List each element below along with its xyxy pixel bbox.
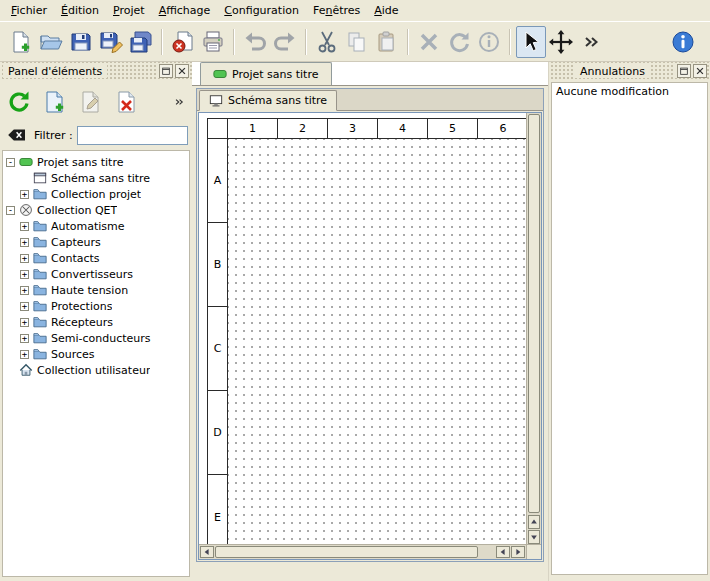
delete-element-button[interactable] (112, 87, 142, 117)
expand-icon[interactable]: + (20, 302, 29, 311)
save-all-button[interactable] (126, 26, 156, 58)
menu-projet[interactable]: Projet (106, 1, 152, 20)
menu-edition[interactable]: Édition (54, 1, 106, 20)
scroll-right-button[interactable] (511, 546, 525, 558)
elements-panel-toolbar (0, 82, 192, 122)
new-document-icon (9, 30, 33, 54)
print-button[interactable] (198, 26, 228, 58)
project-window: Schéma sans titre 123456 ABCDE (196, 88, 544, 562)
save-icon (69, 30, 93, 54)
tree-item-contacts[interactable]: +Contacts (3, 250, 189, 266)
overflow-chevron-icon (172, 95, 186, 109)
expand-icon[interactable]: + (20, 270, 29, 279)
info-gray-button[interactable] (474, 26, 504, 58)
expand-icon[interactable]: + (20, 190, 29, 199)
horizontal-scrollbar-track[interactable] (479, 546, 495, 558)
tree-item-protections[interactable]: +Protections (3, 298, 189, 314)
tree-item-capteurs[interactable]: +Capteurs (3, 234, 189, 250)
tab-schema-sans-titre[interactable]: Schéma sans titre (199, 90, 337, 111)
menu-aide[interactable]: Aide (367, 1, 405, 20)
close-undo-panel-button[interactable] (693, 64, 707, 78)
tree-item-collection-utilisateur[interactable]: Collection utilisateur (3, 362, 189, 378)
horizontal-scrollbar[interactable] (199, 544, 526, 559)
expand-icon[interactable]: + (20, 254, 29, 263)
move-icon (549, 30, 573, 54)
elements-panel: Panel d'éléments Filtrer : -Projet sans … (0, 62, 192, 581)
redo-button[interactable] (270, 26, 300, 58)
tree-item-semi-conducteurs[interactable]: +Semi-conducteurs (3, 330, 189, 346)
project-icon (213, 67, 227, 81)
overflow-chevron-button[interactable] (576, 26, 606, 58)
scroll-up-button[interactable] (528, 515, 540, 529)
paste-icon (375, 30, 399, 54)
diagram-grid-area[interactable] (228, 139, 527, 559)
overflow-chevron-button[interactable] (170, 87, 188, 117)
save-as-icon (99, 30, 123, 54)
toolbar-separator (305, 29, 307, 55)
scroll-left-button-2[interactable] (496, 546, 510, 558)
diagram-corner-cell (208, 119, 228, 138)
collapse-icon[interactable]: - (6, 206, 15, 215)
expand-icon[interactable]: + (20, 286, 29, 295)
float-undo-panel-button[interactable] (677, 64, 691, 78)
vertical-scrollbar-thumb[interactable] (528, 114, 540, 513)
tree-item-haute-tension[interactable]: +Haute tension (3, 282, 189, 298)
menu-fenetres[interactable]: Fenêtres (306, 1, 367, 20)
tree-item-projet-sans-titre[interactable]: -Projet sans titre (3, 154, 189, 170)
tab-projet-sans-titre[interactable]: Projet sans titre (200, 62, 332, 85)
copy-button[interactable] (342, 26, 372, 58)
close-icon (695, 66, 705, 76)
toolbar-separator (161, 29, 163, 55)
new-element-button[interactable] (40, 87, 70, 117)
diagram-column-headers: 123456 (208, 119, 527, 139)
expand-icon[interactable]: + (20, 222, 29, 231)
expand-icon[interactable]: + (20, 238, 29, 247)
tree-item-sources[interactable]: +Sources (3, 346, 189, 362)
expand-icon[interactable]: + (20, 318, 29, 327)
menu-affichage[interactable]: Affichage (152, 1, 218, 20)
undo-panel-header[interactable]: Annulations (549, 62, 710, 80)
open-folder-button[interactable] (36, 26, 66, 58)
save-as-button[interactable] (96, 26, 126, 58)
expand-icon[interactable]: + (20, 334, 29, 343)
tree-item-convertisseurs[interactable]: +Convertisseurs (3, 266, 189, 282)
rotate-button[interactable] (444, 26, 474, 58)
float-panel-button[interactable] (159, 64, 173, 78)
close-file-button[interactable] (168, 26, 198, 58)
elements-panel-header[interactable]: Panel d'éléments (0, 62, 192, 80)
select-arrow-button[interactable] (516, 26, 546, 58)
diagram-view[interactable]: 123456 ABCDE (198, 112, 542, 560)
tree-item-schema-sans-titre[interactable]: Schéma sans titre (3, 170, 189, 186)
tree-item-collection-projet[interactable]: +Collection projet (3, 186, 189, 202)
expand-icon[interactable]: + (20, 350, 29, 359)
collapse-icon[interactable]: - (6, 158, 15, 167)
diagram-sheet[interactable]: 123456 ABCDE (207, 118, 528, 560)
undo-history-list[interactable]: Aucune modification (551, 82, 708, 575)
horizontal-scrollbar-thumb[interactable] (215, 546, 478, 558)
scroll-down-button[interactable] (528, 530, 540, 544)
scroll-left-button[interactable] (200, 546, 214, 558)
move-button[interactable] (546, 26, 576, 58)
tree-item-recepteurs[interactable]: +Récepteurs (3, 314, 189, 330)
cut-icon (315, 30, 339, 54)
project-icon (19, 155, 33, 169)
save-button[interactable] (66, 26, 96, 58)
paste-button[interactable] (372, 26, 402, 58)
filter-input[interactable] (77, 126, 188, 145)
vertical-scrollbar[interactable] (526, 113, 541, 544)
edit-element-button[interactable] (76, 87, 106, 117)
menu-configuration[interactable]: Configuration (217, 1, 306, 20)
tree-item-automatisme[interactable]: +Automatisme (3, 218, 189, 234)
close-panel-button[interactable] (175, 64, 189, 78)
clear-filter-button[interactable] (4, 125, 30, 145)
info-blue-button[interactable] (668, 26, 698, 58)
cut-button[interactable] (312, 26, 342, 58)
tree-item-collection-qet[interactable]: -Collection QET (3, 202, 189, 218)
folder-icon (33, 347, 47, 361)
delete-button[interactable] (414, 26, 444, 58)
menu-fichier[interactable]: Fichier (4, 1, 54, 20)
overflow-chevron-icon (579, 30, 603, 54)
undo-button[interactable] (240, 26, 270, 58)
reload-button[interactable] (4, 87, 34, 117)
new-document-button[interactable] (6, 26, 36, 58)
